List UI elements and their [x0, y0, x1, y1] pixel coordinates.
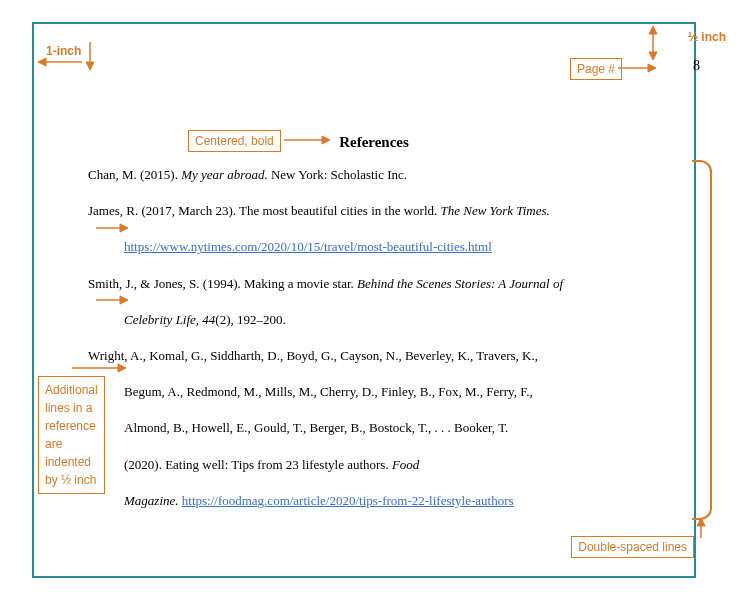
svg-marker-1 — [86, 62, 94, 70]
svg-marker-5 — [649, 26, 657, 34]
svg-marker-3 — [38, 58, 46, 66]
ref-text: (2), 192–200. — [215, 312, 285, 327]
reference-entry: Wright, A., Komal, G., Siddharth, D., Bo… — [88, 347, 666, 510]
arrow-centered-bold — [284, 134, 332, 146]
ref-source: Behind the Scenes Stories: A Journal of — [357, 276, 563, 291]
callout-half-inch: ½ inch — [688, 30, 726, 44]
svg-marker-16 — [118, 364, 126, 372]
arrow-indent-1 — [96, 222, 130, 234]
ref-text: Chan, M. (2015). — [88, 167, 181, 182]
ref-link[interactable]: https://www.nytimes.com/2020/10/15/trave… — [124, 239, 492, 254]
references-heading: References — [339, 134, 409, 151]
svg-marker-18 — [697, 518, 705, 526]
callout-indent-note: Additional lines in a reference are inde… — [38, 376, 105, 494]
svg-marker-14 — [120, 296, 128, 304]
callout-line: Additional — [45, 381, 98, 399]
callout-double-spaced: Double-spaced lines — [571, 536, 694, 558]
callout-page-num: Page # — [570, 58, 622, 80]
arrow-indent-3 — [72, 362, 128, 374]
ref-source: The New York Times. — [441, 203, 550, 218]
callout-line: indented — [45, 453, 98, 471]
arrow-half-inch — [646, 26, 660, 60]
ref-text: New York: Scholastic Inc. — [271, 167, 407, 182]
ref-text: Smith, J., & Jones, S. (1994). Making a … — [88, 276, 357, 291]
ref-source: Magazine. — [124, 493, 182, 508]
reference-entry: James, R. (2017, March 23). The most bea… — [88, 202, 666, 256]
ref-text: Wright, A., Komal, G., Siddharth, D., Bo… — [88, 348, 538, 363]
arrow-page-num — [618, 62, 658, 74]
callout-centered-bold: Centered, bold — [188, 130, 281, 152]
svg-marker-8 — [648, 64, 656, 72]
svg-marker-12 — [120, 224, 128, 232]
reference-entry: Chan, M. (2015). My year abroad. New Yor… — [88, 166, 666, 184]
svg-marker-6 — [649, 52, 657, 60]
bracket-right — [692, 160, 712, 520]
ref-source: Celebrity Life, 44 — [124, 312, 215, 327]
ref-text: Begum, A., Redmond, M., Mills, M., Cherr… — [124, 384, 533, 399]
callout-line: by ½ inch — [45, 471, 98, 489]
page-number: 8 — [693, 58, 700, 74]
references-body: Chan, M. (2015). My year abroad. New Yor… — [88, 166, 666, 528]
callout-line: reference — [45, 417, 98, 435]
ref-source: Food — [392, 457, 419, 472]
ref-link[interactable]: https://foodmag.com/article/2020/tips-fr… — [182, 493, 514, 508]
callout-line: are — [45, 435, 98, 453]
arrow-double-spaced — [694, 518, 708, 540]
reference-entry: Smith, J., & Jones, S. (1994). Making a … — [88, 275, 666, 329]
ref-title: My year abroad. — [181, 167, 271, 182]
arrow-indent-2 — [96, 294, 130, 306]
ref-text: Almond, B., Howell, E., Gould, T., Berge… — [124, 420, 508, 435]
callout-line: lines in a — [45, 399, 98, 417]
ref-text: (2020). Eating well: Tips from 23 lifest… — [124, 457, 392, 472]
ref-text: James, R. (2017, March 23). The most bea… — [88, 203, 441, 218]
arrow-one-inch — [38, 38, 98, 72]
svg-marker-10 — [322, 136, 330, 144]
